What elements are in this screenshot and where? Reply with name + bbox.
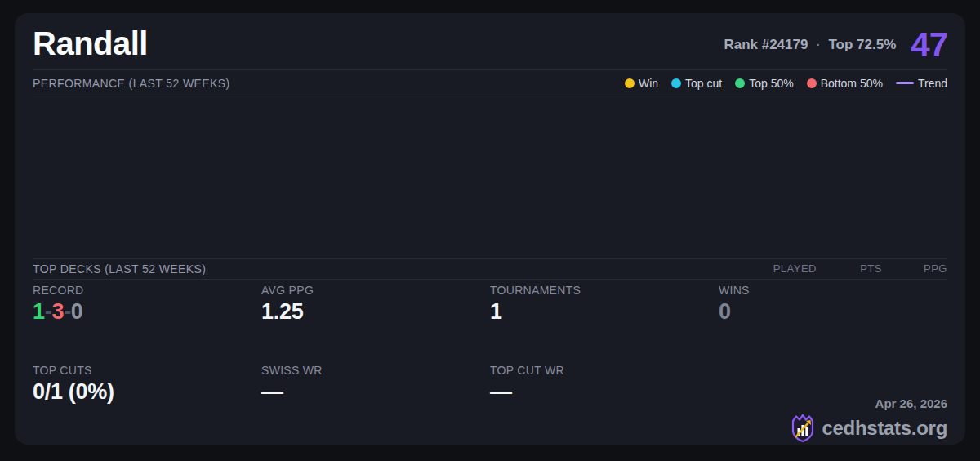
record-value: 1-3-0 — [33, 299, 261, 324]
stat-label: TOP CUTS — [33, 364, 261, 377]
card-footer: Apr 26, 2026 cedhstats.org — [719, 364, 947, 445]
top-decks-columns: PLAYED PTS PPG — [751, 262, 947, 275]
stat-label: SWISS WR — [261, 364, 490, 377]
rank-line: Rank #24179 · Top 72.5% — [724, 37, 896, 53]
player-stats-card: Randall Rank #24179 · Top 72.5% 47 PERFO… — [15, 13, 965, 445]
performance-chart — [33, 96, 947, 258]
record-wins: 1 — [33, 299, 45, 324]
top-decks-header: TOP DECKS (LAST 52 WEEKS) PLAYED PTS PPG — [33, 259, 947, 279]
stat-value: — — [490, 379, 719, 405]
stat-top-cut-wr: TOP CUT WR — — [490, 364, 719, 445]
top-decks-label: TOP DECKS (LAST 52 WEEKS) — [33, 262, 206, 275]
stat-label: WINS — [719, 284, 947, 297]
chart-legend: Win Top cut Top 50% Bottom 50% Trend — [625, 77, 947, 90]
stat-label: AVG PPG — [261, 284, 490, 297]
stat-label: RECORD — [33, 284, 261, 297]
legend-label: Top cut — [685, 77, 722, 90]
stat-label: TOURNAMENTS — [490, 284, 719, 297]
top-cut-dot-icon — [671, 78, 681, 88]
card-header: Randall Rank #24179 · Top 72.5% 47 — [33, 13, 947, 69]
player-score: 47 — [911, 25, 947, 65]
stat-value: 1 — [490, 299, 719, 324]
legend-label: Top 50% — [749, 77, 793, 90]
performance-label: PERFORMANCE (LAST 52 WEEKS) — [33, 77, 230, 90]
stat-avg-ppg: AVG PPG 1.25 — [261, 284, 490, 365]
stats-grid: RECORD 1-3-0 AVG PPG 1.25 TOURNAMENTS 1 … — [33, 280, 947, 445]
stat-label: TOP CUT WR — [490, 364, 719, 377]
brand: cedhstats.org — [790, 414, 947, 443]
performance-section-header: PERFORMANCE (LAST 52 WEEKS) Win Top cut … — [33, 70, 947, 96]
cedhstats-shield-logo-icon — [790, 414, 816, 443]
column-played: PLAYED — [751, 262, 817, 275]
legend-label: Trend — [918, 77, 947, 90]
top-50-dot-icon — [735, 78, 745, 88]
legend-item-top-cut: Top cut — [671, 77, 722, 90]
stat-tournaments: TOURNAMENTS 1 — [490, 284, 719, 365]
record-draws: 0 — [71, 299, 83, 324]
record-losses: 3 — [51, 299, 64, 324]
rank-separator: · — [816, 38, 820, 51]
bottom-50-dot-icon — [807, 78, 817, 88]
site-name: cedhstats.org — [822, 417, 947, 440]
legend-item-win: Win — [625, 77, 658, 90]
stat-value: 0 — [719, 299, 947, 324]
legend-label: Win — [639, 77, 658, 90]
top-percent: Top 72.5% — [828, 37, 896, 53]
stat-value: 1.25 — [261, 299, 490, 324]
legend-item-trend: Trend — [896, 77, 947, 90]
rank-value: Rank #24179 — [724, 37, 808, 53]
stat-value: 0/1 (0%) — [33, 379, 261, 405]
legend-item-top-50: Top 50% — [735, 77, 793, 90]
stat-swiss-wr: SWISS WR — — [261, 364, 490, 445]
column-ppg: PPG — [882, 262, 947, 275]
stat-record: RECORD 1-3-0 — [33, 284, 261, 365]
stat-value: — — [261, 379, 490, 405]
stat-top-cuts: TOP CUTS 0/1 (0%) — [33, 364, 261, 445]
header-rank-group: Rank #24179 · Top 72.5% 47 — [724, 19, 947, 65]
snapshot-date: Apr 26, 2026 — [875, 396, 947, 410]
legend-item-bottom-50: Bottom 50% — [807, 77, 883, 90]
record-sep: - — [64, 299, 71, 324]
player-name: Randall — [33, 20, 148, 62]
trend-line-icon — [896, 82, 914, 84]
legend-label: Bottom 50% — [821, 77, 883, 90]
win-dot-icon — [625, 78, 635, 88]
column-pts: PTS — [817, 262, 882, 275]
stat-wins: WINS 0 — [719, 284, 947, 365]
